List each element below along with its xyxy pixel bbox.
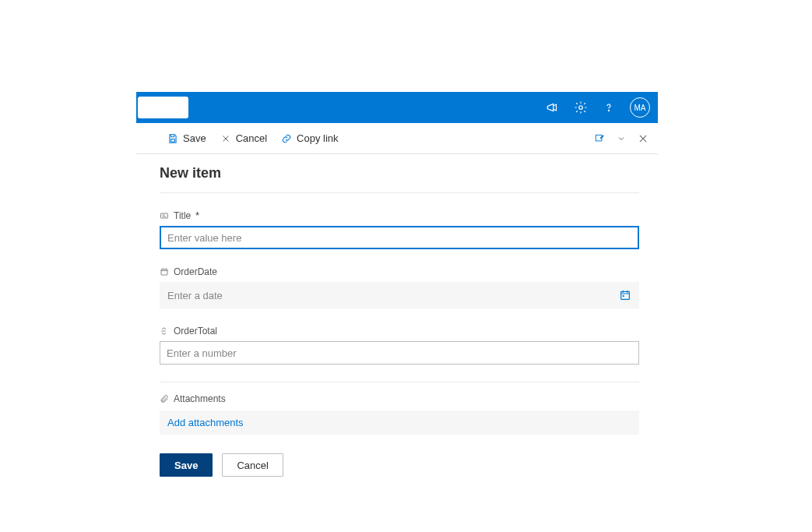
order-total-input[interactable]: [160, 341, 639, 365]
svg-point-0: [579, 106, 583, 110]
svg-rect-4: [161, 213, 168, 218]
svg-rect-2: [171, 139, 175, 142]
form-body: New item Title *: [136, 154, 658, 492]
svg-rect-7: [623, 295, 624, 297]
svg-rect-6: [621, 291, 630, 299]
command-copy-link-label: Copy link: [297, 132, 338, 144]
command-cancel[interactable]: Cancel: [220, 132, 267, 144]
megaphone-icon[interactable]: [546, 100, 560, 115]
chevron-down-icon[interactable]: [616, 133, 627, 144]
paperclip-icon: [160, 394, 169, 403]
help-icon[interactable]: [602, 100, 616, 115]
text-type-icon: [160, 211, 169, 220]
avatar[interactable]: MA: [630, 97, 650, 118]
suite-header: MA: [136, 92, 658, 123]
date-picker-icon[interactable]: [619, 289, 631, 301]
title-input[interactable]: [160, 226, 639, 249]
link-icon: [281, 133, 292, 144]
command-copy-link[interactable]: Copy link: [281, 132, 338, 144]
save-icon: [167, 133, 178, 144]
svg-point-1: [608, 110, 609, 111]
order-total-label: OrderTotal: [174, 326, 217, 336]
app-window: MA Save: [136, 92, 658, 492]
panel-title: New item: [160, 165, 639, 193]
search-box[interactable]: [138, 97, 188, 118]
save-button[interactable]: Save: [160, 453, 213, 477]
order-date-placeholder: Enter a date: [167, 290, 223, 301]
command-save[interactable]: Save: [167, 132, 206, 144]
edit-form-icon[interactable]: [594, 133, 605, 144]
field-order-date: OrderDate Enter a date: [160, 266, 639, 308]
divider: [160, 382, 639, 382]
svg-rect-5: [161, 270, 167, 276]
required-mark: *: [195, 210, 199, 221]
attachments-label: Attachments: [174, 393, 226, 404]
command-cancel-label: Cancel: [236, 132, 267, 144]
gear-icon[interactable]: [574, 100, 588, 115]
footer-actions: Save Cancel: [160, 453, 639, 477]
order-date-label: OrderDate: [174, 266, 217, 277]
field-attachments: Attachments: [160, 393, 639, 404]
command-save-label: Save: [183, 132, 206, 144]
field-title: Title *: [160, 210, 639, 249]
title-label: Title: [174, 210, 191, 221]
cancel-button[interactable]: Cancel: [222, 453, 283, 477]
command-bar: Save Cancel Copy l: [136, 123, 658, 154]
cancel-x-icon: [220, 133, 231, 144]
order-date-input[interactable]: Enter a date: [160, 282, 639, 308]
field-order-total: OrderTotal: [160, 326, 639, 365]
currency-type-icon: [160, 326, 169, 336]
calendar-type-icon: [160, 267, 169, 277]
close-icon[interactable]: [638, 133, 649, 144]
add-attachments-link[interactable]: Add attachments: [160, 410, 639, 435]
